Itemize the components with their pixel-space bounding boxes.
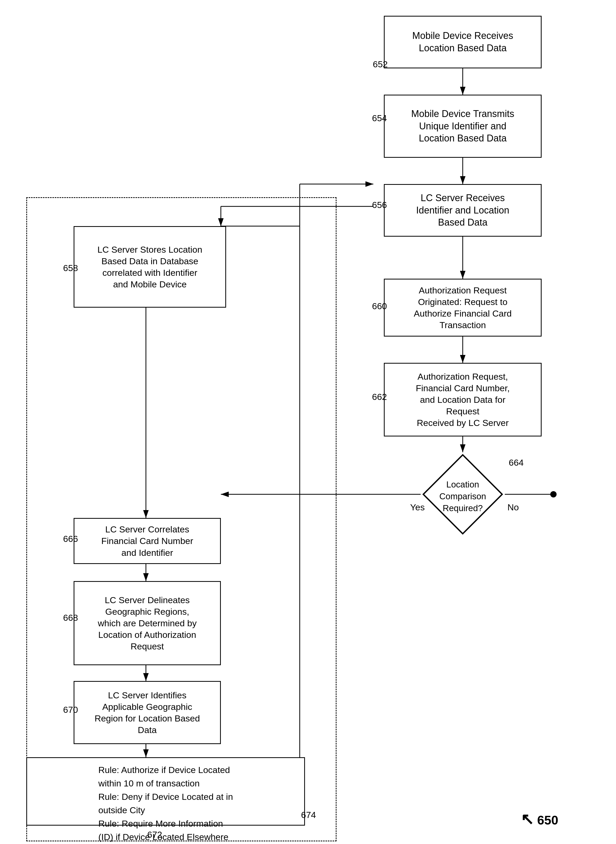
step-652: 652	[373, 59, 388, 69]
flowchart-diagram: Mobile Device Receives Location Based Da…	[0, 0, 616, 844]
box-652: Mobile Device Receives Location Based Da…	[384, 16, 541, 68]
box-654: Mobile Device Transmits Unique Identifie…	[384, 95, 541, 158]
diagram-label-650: ↖ 650	[521, 810, 558, 828]
yes-label: Yes	[410, 502, 425, 512]
dashed-region	[26, 197, 337, 841]
step-662: 662	[372, 392, 387, 402]
step-664: 664	[509, 458, 524, 468]
diamond-664-label: Location Comparison Required?	[426, 479, 500, 514]
box-660: Authorization Request Originated: Reques…	[384, 279, 541, 336]
no-label: No	[507, 502, 519, 512]
svg-point-8	[550, 491, 557, 498]
step-660: 660	[372, 301, 387, 311]
step-654: 654	[372, 113, 387, 123]
step-656: 656	[372, 200, 387, 210]
box-662: Authorization Request, Financial Card Nu…	[384, 363, 541, 436]
box-656: LC Server Receives Identifier and Locati…	[384, 184, 541, 236]
